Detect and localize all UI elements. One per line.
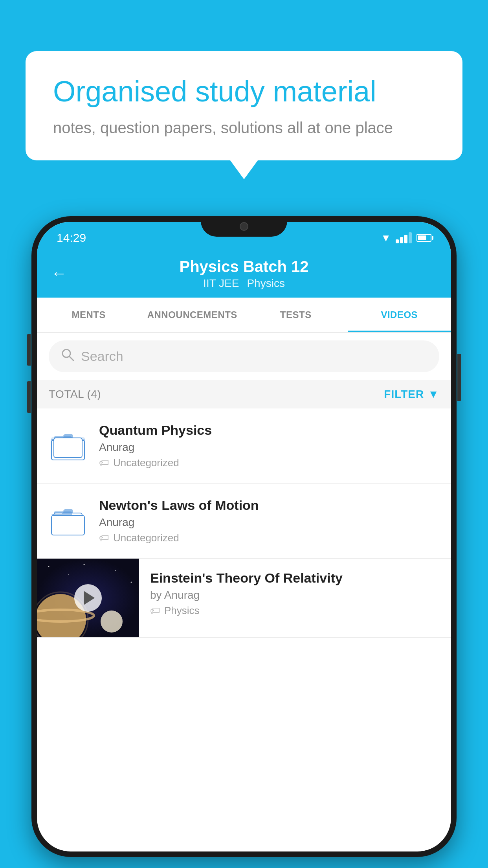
svg-line-1 — [69, 356, 73, 360]
video-author: Anurag — [99, 516, 439, 529]
video-tag: Uncategorized — [113, 457, 179, 469]
folder-thumb-quantum — [49, 426, 88, 465]
video-list: Quantum Physics Anurag 🏷 Uncategorized — [37, 408, 451, 638]
search-input[interactable]: Search — [81, 349, 123, 364]
phone-frame: 14:29 ▼ — [31, 216, 457, 868]
volume-up-button[interactable] — [27, 334, 31, 366]
tag-icon: 🏷 — [150, 605, 160, 617]
video-tag-row: 🏷 Uncategorized — [99, 532, 439, 544]
camera-dot — [240, 222, 248, 231]
volume-down-button[interactable] — [27, 381, 31, 413]
search-icon — [61, 348, 75, 365]
phone-notch — [201, 216, 287, 237]
header-title: Physics Batch 12 — [179, 258, 308, 276]
svg-point-11 — [68, 574, 69, 575]
play-triangle-icon — [84, 591, 95, 605]
tabs-bar: MENTS ANNOUNCEMENTS TESTS VIDEOS — [37, 298, 451, 333]
bubble-title: Organised study material — [53, 75, 435, 108]
wifi-icon: ▼ — [381, 232, 391, 244]
back-button[interactable]: ← — [51, 264, 67, 282]
video-title: Einstein's Theory Of Relativity — [150, 570, 439, 586]
svg-point-10 — [48, 566, 50, 567]
power-button[interactable] — [457, 354, 461, 401]
filter-row: TOTAL (4) FILTER ▼ — [37, 380, 451, 408]
tag-icon: 🏷 — [99, 457, 109, 469]
search-input-wrapper[interactable]: Search — [49, 340, 439, 372]
video-info-einstein: Einstein's Theory Of Relativity by Anura… — [150, 559, 439, 629]
phone-screen: 14:29 ▼ — [37, 222, 451, 851]
battery-icon — [416, 234, 431, 242]
tab-ments[interactable]: MENTS — [37, 298, 141, 332]
header-tag-iitjee: IIT JEE — [203, 277, 239, 290]
video-thumbnail-einstein — [37, 559, 139, 637]
video-title: Newton's Laws of Motion — [99, 498, 439, 513]
header-tag-physics: Physics — [247, 277, 284, 290]
video-author: Anurag — [99, 441, 439, 454]
svg-point-14 — [131, 582, 132, 583]
app-header: ← Physics Batch 12 IIT JEE Physics — [37, 248, 451, 298]
filter-button[interactable]: FILTER ▼ — [384, 388, 439, 401]
video-info-newton: Newton's Laws of Motion Anurag 🏷 Uncateg… — [99, 498, 439, 544]
speech-bubble-card: Organised study material notes, question… — [26, 51, 462, 160]
svg-point-17 — [101, 611, 123, 633]
tab-announcements[interactable]: ANNOUNCEMENTS — [141, 298, 244, 332]
total-count: TOTAL (4) — [49, 388, 101, 401]
status-time: 14:29 — [57, 231, 86, 245]
tag-icon: 🏷 — [99, 532, 109, 544]
filter-icon: ▼ — [428, 388, 439, 401]
list-item[interactable]: Newton's Laws of Motion Anurag 🏷 Uncateg… — [37, 484, 451, 559]
signal-icon — [396, 232, 412, 243]
svg-rect-6 — [54, 438, 82, 458]
header-subtitle: IIT JEE Physics — [203, 277, 285, 290]
svg-point-13 — [115, 570, 116, 571]
tab-videos[interactable]: VIDEOS — [348, 298, 451, 332]
tab-tests[interactable]: TESTS — [244, 298, 348, 332]
bubble-subtitle: notes, question papers, solutions all at… — [53, 119, 435, 137]
play-button[interactable] — [74, 584, 102, 612]
list-item[interactable]: Einstein's Theory Of Relativity by Anura… — [37, 559, 451, 638]
video-tag: Uncategorized — [113, 532, 179, 544]
status-icons: ▼ — [381, 232, 431, 244]
video-tag-row: 🏷 Physics — [150, 605, 439, 617]
video-title: Quantum Physics — [99, 423, 439, 438]
video-info-quantum: Quantum Physics Anurag 🏷 Uncategorized — [99, 423, 439, 469]
svg-point-12 — [84, 564, 85, 565]
video-author: by Anurag — [150, 589, 439, 601]
folder-thumb-newton — [49, 501, 88, 541]
filter-label: FILTER — [384, 388, 424, 401]
search-container: Search — [37, 333, 451, 380]
list-item[interactable]: Quantum Physics Anurag 🏷 Uncategorized — [37, 408, 451, 484]
svg-rect-8 — [51, 515, 84, 535]
video-tag-row: 🏷 Uncategorized — [99, 457, 439, 469]
video-tag: Physics — [164, 605, 200, 617]
